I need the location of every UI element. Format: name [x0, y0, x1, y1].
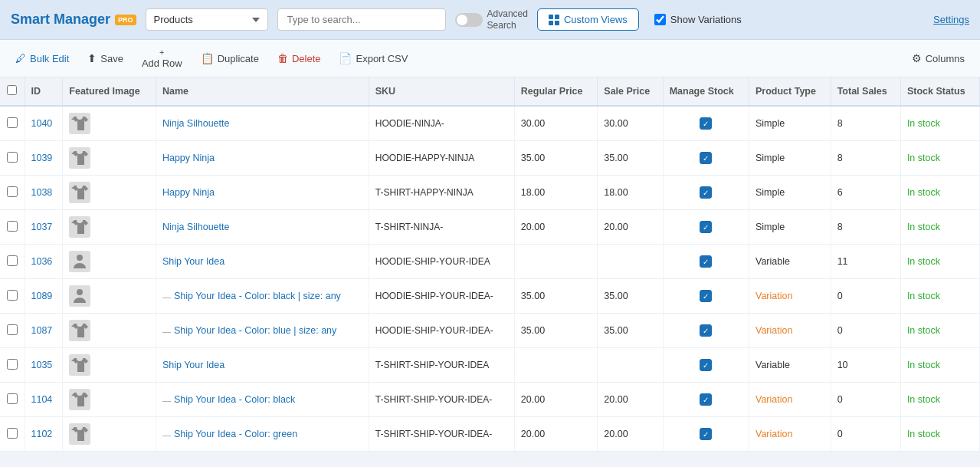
manage-stock-checkbox[interactable]: ✓ [700, 393, 712, 406]
variation-dash: — [162, 396, 171, 405]
row-checkbox-cell [0, 314, 25, 348]
row-total-sales: 0 [831, 383, 900, 417]
row-total-sales: 8 [831, 106, 900, 141]
row-sku: T-SHIRT-SHIP-YOUR-IDEA- [369, 383, 514, 417]
row-checkbox[interactable] [7, 324, 18, 335]
row-name[interactable]: —Ship Your Idea - Color: black [156, 383, 369, 417]
row-checkbox[interactable] [7, 393, 18, 404]
row-name[interactable]: —Ship Your Idea - Color: green [156, 417, 369, 452]
row-total-sales: 11 [831, 245, 900, 279]
row-manage-stock[interactable]: ✓ [663, 141, 749, 176]
row-total-sales: 0 [831, 417, 900, 452]
show-variations-label: Show Variations [670, 14, 742, 25]
duplicate-button[interactable]: 📋 Duplicate [198, 51, 262, 66]
row-id: 1040 [25, 106, 63, 141]
row-checkbox[interactable] [7, 428, 18, 439]
bulk-edit-button[interactable]: 🖊 Bulk Edit [12, 51, 72, 66]
row-checkbox[interactable] [7, 359, 18, 370]
row-checkbox[interactable] [7, 117, 18, 128]
row-manage-stock[interactable]: ✓ [663, 210, 749, 245]
save-button[interactable]: ⬆ Save [84, 51, 126, 66]
row-manage-stock[interactable]: ✓ [663, 176, 749, 210]
row-manage-stock[interactable]: ✓ [663, 245, 749, 279]
columns-button[interactable]: ⚙ Columns [909, 51, 968, 66]
select-all-checkbox[interactable] [7, 85, 17, 95]
pro-badge: PRO [115, 15, 136, 25]
row-manage-stock[interactable]: ✓ [663, 314, 749, 348]
export-csv-button[interactable]: 📄 Export CSV [336, 51, 411, 66]
bulk-edit-label: Bulk Edit [30, 53, 69, 64]
row-name[interactable]: —Ship Your Idea - Color: black | size: a… [156, 279, 369, 314]
row-checkbox-cell [0, 279, 25, 314]
row-checkbox[interactable] [7, 221, 18, 232]
table-row: 1037Ninja SilhouetteT-SHIRT-NINJA-20.002… [0, 210, 980, 245]
row-stock-status: In stock [900, 210, 979, 245]
row-manage-stock[interactable]: ✓ [663, 279, 749, 314]
row-manage-stock[interactable]: ✓ [663, 383, 749, 417]
manage-stock-checkbox[interactable]: ✓ [700, 152, 712, 164]
manage-stock-checkbox[interactable]: ✓ [700, 428, 712, 440]
select-all-header[interactable] [0, 77, 25, 106]
row-sku: T-SHIRT-SHIP-YOUR-IDEA- [369, 417, 514, 452]
variation-name[interactable]: Ship Your Idea - Color: black [174, 394, 295, 405]
svg-point-5 [77, 289, 83, 295]
search-input[interactable] [277, 8, 446, 31]
entity-dropdown[interactable]: Products Orders Customers Coupons [146, 8, 268, 31]
add-row-button[interactable]: + Add Row [139, 46, 185, 71]
col-featured-image: Featured Image [63, 77, 156, 106]
manage-stock-checkbox[interactable]: ✓ [700, 359, 712, 371]
row-name[interactable]: Happy Ninja [156, 141, 369, 176]
row-checkbox[interactable] [7, 152, 18, 163]
logo-text: Smart Manager [11, 12, 110, 28]
product-thumbnail [69, 354, 90, 376]
manage-stock-checkbox[interactable]: ✓ [700, 221, 712, 233]
row-id: 1036 [25, 245, 63, 279]
row-checkbox[interactable] [7, 290, 18, 301]
show-variations-container: Show Variations [654, 14, 742, 25]
row-id: 1104 [25, 383, 63, 417]
row-manage-stock[interactable]: ✓ [663, 106, 749, 141]
manage-stock-checkbox[interactable]: ✓ [700, 290, 712, 302]
row-total-sales: 0 [831, 279, 900, 314]
row-name[interactable]: Happy Ninja [156, 176, 369, 210]
col-sku: SKU [369, 77, 514, 106]
product-thumbnail [69, 113, 90, 134]
row-image [63, 417, 156, 452]
col-manage-stock: Manage Stock [663, 77, 749, 106]
show-variations-checkbox[interactable] [654, 14, 666, 25]
row-total-sales: 0 [831, 314, 900, 348]
manage-stock-checkbox[interactable]: ✓ [700, 324, 712, 337]
variation-name[interactable]: Ship Your Idea - Color: green [174, 429, 297, 439]
row-image [63, 245, 156, 279]
manage-stock-checkbox[interactable]: ✓ [700, 117, 712, 130]
row-manage-stock[interactable]: ✓ [663, 348, 749, 383]
row-checkbox-cell [0, 106, 25, 141]
variation-name[interactable]: Ship Your Idea - Color: black | size: an… [174, 291, 341, 301]
row-product-type: Variable [749, 348, 831, 383]
row-regular-price: 30.00 [514, 106, 597, 141]
settings-link[interactable]: Settings [933, 14, 969, 25]
row-regular-price [514, 245, 597, 279]
row-checkbox[interactable] [7, 255, 18, 266]
manage-stock-checkbox[interactable]: ✓ [700, 186, 712, 199]
row-name[interactable]: —Ship Your Idea - Color: blue | size: an… [156, 314, 369, 348]
delete-button[interactable]: 🗑 Delete [274, 51, 324, 66]
row-checkbox[interactable] [7, 186, 18, 197]
table-row: 1089—Ship Your Idea - Color: black | siz… [0, 279, 980, 314]
row-name[interactable]: Ninja Silhouette [156, 210, 369, 245]
col-regular-price: Regular Price [514, 77, 597, 106]
custom-views-button[interactable]: Custom Views [537, 8, 639, 31]
row-manage-stock[interactable]: ✓ [663, 417, 749, 452]
row-name[interactable]: Ship Your Idea [156, 245, 369, 279]
advanced-search-toggle[interactable] [455, 13, 483, 27]
row-sku: HOODIE-NINJA- [369, 106, 514, 141]
row-id: 1038 [25, 176, 63, 210]
manage-stock-checkbox[interactable]: ✓ [700, 255, 712, 268]
row-checkbox-cell [0, 210, 25, 245]
svg-rect-1 [555, 15, 559, 19]
variation-name[interactable]: Ship Your Idea - Color: blue | size: any [174, 325, 336, 336]
row-id: 1089 [25, 279, 63, 314]
row-name[interactable]: Ship Your Idea [156, 348, 369, 383]
col-total-sales: Total Sales [831, 77, 900, 106]
row-name[interactable]: Ninja Silhouette [156, 106, 369, 141]
